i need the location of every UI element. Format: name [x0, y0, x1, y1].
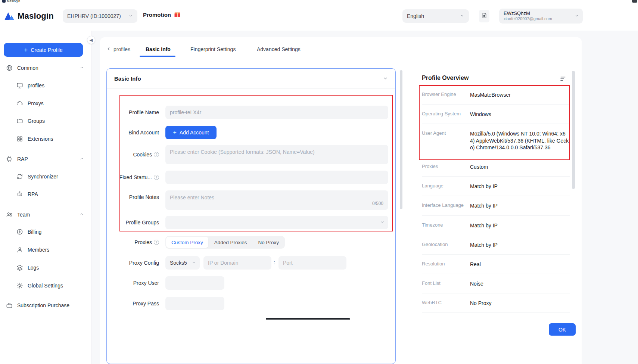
scrolled-button-edge [266, 318, 350, 320]
overview-row: Timezone Match by IP [422, 216, 570, 235]
add-account-label: Add Account [180, 130, 209, 136]
profile-notes-textarea[interactable] [165, 190, 388, 210]
add-account-button[interactable]: + Add Account [165, 126, 217, 139]
overview-row: Operating System Windows [422, 105, 570, 124]
overview-row: Resolution Real [422, 255, 570, 274]
language-label: English [407, 13, 424, 19]
promotion-link[interactable]: Promotion [143, 11, 181, 18]
profile-overview-title: Profile Overview [422, 75, 469, 81]
document-icon [481, 12, 488, 20]
ip-port-separator: : [274, 259, 275, 265]
proxy-pass-input[interactable] [165, 297, 224, 310]
sidebar-item-label: Global Settings [28, 283, 63, 289]
chevron-down-icon[interactable] [383, 76, 388, 82]
sidebar-item-label: Billing [28, 229, 41, 235]
favicon-icon [2, 0, 6, 3]
help-icon: ? [154, 175, 159, 180]
fixed-startup-label: Fixed Startu... ? [113, 171, 159, 184]
promotion-label: Promotion [143, 12, 171, 18]
profile-groups-select[interactable] [165, 216, 388, 229]
tab-fingerprint-settings[interactable]: Fingerprint Settings [190, 46, 236, 52]
proxy-pass-label: Proxy Pass [113, 297, 159, 310]
overview-row: Font List Noise [422, 274, 570, 293]
notes-char-counter: 0/500 [357, 201, 383, 206]
card-title: Basic Info [114, 75, 141, 82]
brand: Maslogin [4, 10, 54, 22]
tab-basic-info[interactable]: Basic Info [146, 46, 171, 52]
tab-title: Maslogin [7, 0, 20, 3]
sidebar-item-logs[interactable]: Logs [0, 260, 91, 275]
sidebar-section-team[interactable]: Team [0, 207, 91, 222]
section-label: Team [17, 212, 30, 218]
proxy-protocol-select[interactable]: Socks5 [165, 256, 200, 270]
monitor-icon [16, 82, 23, 89]
tab-advanced-settings[interactable]: Advanced Settings [257, 46, 301, 52]
profile-name-input[interactable] [165, 106, 388, 119]
browser-tab-remnant: Maslogin [2, 0, 20, 3]
sidebar-item-synchronizer[interactable]: Synchronizer [0, 169, 91, 184]
chevron-left-icon [106, 46, 111, 52]
ok-button[interactable]: OK [549, 323, 576, 336]
proxy-config-label: Proxy Config [113, 256, 159, 270]
proxy-option-custom[interactable]: Custom Proxy [166, 237, 208, 248]
breadcrumb-label: profiles [113, 46, 130, 52]
docs-button[interactable] [479, 10, 489, 22]
proxy-option-added[interactable]: Added Proxies [209, 237, 252, 248]
plus-icon: + [173, 130, 177, 136]
proxy-user-input[interactable] [165, 276, 224, 290]
cookies-textarea[interactable] [165, 145, 388, 164]
header: Maslogin EHPHRV (ID:1000027) Promotion E… [0, 4, 638, 31]
overview-row: Interface Language Match by IP [422, 196, 570, 215]
account-name: EWzSQhzM [504, 11, 575, 16]
sidebar-item-label: Extensions [28, 136, 53, 142]
sidebar-item-members[interactable]: Members [0, 242, 91, 257]
sidebar-item-billing[interactable]: Billing [0, 224, 91, 239]
sidebar-section-common[interactable]: Common [0, 60, 91, 75]
overview-scrollbar[interactable] [572, 71, 575, 189]
profile-overview-list: Browser Engine MasMateBrowser Operating … [422, 85, 570, 313]
profile-notes-label: Profile Notes [113, 190, 159, 204]
workspace-selector[interactable]: EHPHRV (ID:1000027) [63, 9, 137, 23]
sidebar-item-proxys[interactable]: Proxys [0, 96, 91, 111]
gear-icon [16, 282, 23, 289]
plus-icon: + [24, 47, 28, 53]
proxies-label: Proxies ? [113, 236, 159, 249]
sidebar-item-profiles[interactable]: profiles [0, 78, 91, 93]
form-scrollbar[interactable] [400, 70, 402, 209]
cookies-label: Cookies ? [113, 148, 159, 161]
help-icon: ? [154, 152, 159, 157]
overview-row: Proxies Custom [422, 157, 570, 177]
proxy-user-label: Proxy User [113, 276, 159, 290]
profile-groups-label: Profile Groups [113, 216, 159, 229]
proxy-ip-input[interactable] [203, 256, 271, 270]
section-label: RAP [17, 156, 28, 162]
maslogin-logo-icon [4, 10, 15, 22]
sidebar-item-subscription[interactable]: Subscription Purchase [0, 298, 91, 313]
window-control-icon [632, 0, 637, 3]
chevron-down-icon [380, 220, 385, 225]
sidebar-item-label: Members [28, 247, 49, 253]
chevron-down-icon [575, 13, 579, 19]
sidebar-item-groups[interactable]: Groups [0, 113, 91, 128]
account-email: xiaofei020907@gmail.com [504, 16, 575, 21]
sidebar-section-rap[interactable]: RAP [0, 152, 91, 167]
language-selector[interactable]: English [402, 9, 469, 23]
sidebar-collapse-button[interactable]: ◀ [87, 36, 95, 44]
sidebar-item-rpa[interactable]: RPA [0, 187, 91, 202]
create-profile-button[interactable]: + Create Profile [4, 43, 83, 57]
proxy-option-none[interactable]: No Proxy [253, 237, 284, 248]
proxy-protocol-value: Socks5 [170, 260, 187, 266]
create-profile-label: Create Profile [31, 47, 63, 53]
sidebar-item-global-settings[interactable]: Global Settings [0, 278, 91, 293]
sidebar-item-label: profiles [28, 83, 44, 88]
proxy-port-input[interactable] [278, 256, 346, 270]
fixed-startup-input[interactable] [165, 171, 388, 184]
back-to-profiles[interactable]: profiles [106, 46, 130, 52]
sidebar-item-label: Logs [28, 265, 39, 271]
sidebar-item-extensions[interactable]: Extensions [0, 131, 91, 146]
overview-settings-icon[interactable] [560, 75, 567, 83]
chevron-up-icon [80, 65, 84, 71]
account-menu[interactable]: EWzSQhzM xiaofei020907@gmail.com [499, 9, 583, 24]
robot-icon [16, 191, 23, 197]
proxies-segmented-control: Custom Proxy Added Proxies No Proxy [165, 236, 285, 249]
